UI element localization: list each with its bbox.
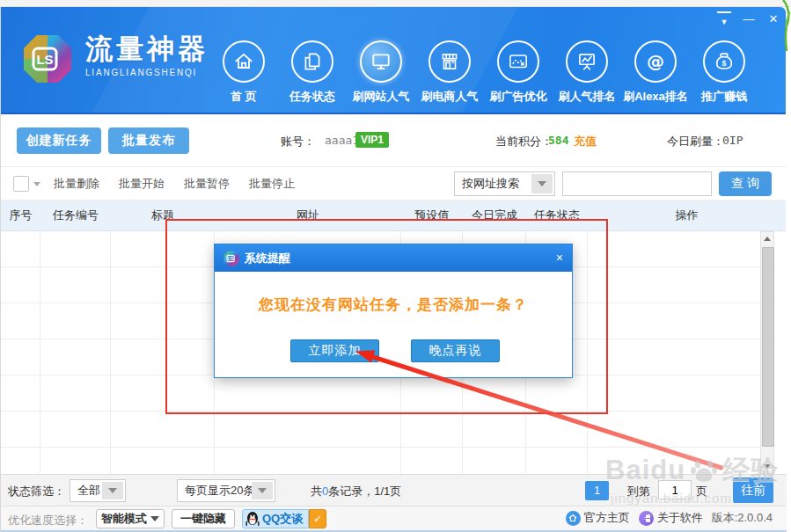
- scroll-up-icon[interactable]: [761, 232, 773, 245]
- status-filter-label: 状态筛选：: [8, 484, 65, 499]
- nav-item-earn-money[interactable]: $ 推广赚钱: [690, 40, 758, 105]
- table-header: 序号 任务编号 标题 网址 预设值 今日完成 任务状态 操作: [1, 200, 786, 231]
- table-cell: [1, 267, 40, 303]
- table-cell: [526, 412, 588, 448]
- nav-item-home[interactable]: 首 页: [209, 40, 278, 105]
- main-nav: 首 页 任务状态 刷网站人气: [209, 40, 758, 105]
- select-arrow-icon: [531, 174, 553, 193]
- minimize-icon[interactable]: —: [742, 11, 756, 30]
- search-input[interactable]: [562, 171, 712, 196]
- batch-pause-link[interactable]: 批量暂停: [184, 176, 230, 192]
- goto-page-label: 到第: [627, 484, 650, 499]
- svg-text:LS: LS: [36, 52, 53, 67]
- chevron-down-icon: [150, 516, 159, 521]
- scrollbar-thumb[interactable]: [762, 247, 774, 447]
- table-cell: [111, 412, 215, 448]
- table-cell: [111, 448, 215, 474]
- nav-item-task-status[interactable]: 任务状态: [278, 40, 347, 105]
- table-cell: [463, 375, 526, 412]
- status-filter-select[interactable]: 全部: [70, 479, 126, 502]
- points-label: 当前积分：: [495, 134, 553, 149]
- batch-toolbar: 批量删除 批量开始 批量暂停 批量停止 按网址搜索 查 询: [1, 167, 786, 200]
- official-home-link[interactable]: 官方主页: [566, 510, 630, 526]
- footer-links: 官方主页 关于软件 版本:2.0.0.4: [566, 510, 773, 526]
- scroll-down-icon[interactable]: [761, 460, 773, 473]
- nav-item-ad-optimize[interactable]: 刷广告优化: [484, 40, 553, 105]
- table-cell: [588, 231, 775, 267]
- table-cell: [401, 448, 463, 474]
- batch-delete-link[interactable]: 批量删除: [54, 176, 99, 192]
- select-arrow-icon: [102, 482, 123, 499]
- column-header-task-state: 任务状态: [526, 208, 588, 223]
- table-cell: [401, 375, 463, 412]
- table-cell: [588, 267, 775, 303]
- qq-chat-button[interactable]: QQ交谈 ✓: [242, 509, 326, 528]
- dialog-titlebar[interactable]: LS 系统提醒 ×: [215, 244, 572, 272]
- recharge-link[interactable]: 充值: [574, 134, 597, 149]
- table-cell: [1, 339, 40, 375]
- vertical-scrollbar[interactable]: [760, 231, 774, 474]
- svg-text:LS: LS: [228, 257, 234, 261]
- nav-item-ecommerce-traffic[interactable]: 刷电商人气: [415, 40, 484, 105]
- qq-verified-badge: ✓: [309, 509, 326, 528]
- desktop-background-strip: [0, 0, 791, 7]
- goto-page-input[interactable]: [658, 480, 692, 499]
- table-cell: [588, 448, 775, 474]
- table-cell: [111, 339, 215, 375]
- later-button[interactable]: 晚点再说: [411, 339, 500, 362]
- window-menu-icon[interactable]: ▼: [717, 11, 731, 30]
- select-all-caret-icon[interactable]: [33, 182, 40, 186]
- dialog-close-icon[interactable]: ×: [556, 250, 563, 266]
- about-software-link[interactable]: 关于软件: [639, 510, 703, 526]
- nav-item-website-traffic[interactable]: 刷网站人气: [347, 40, 415, 105]
- table-cell: [588, 375, 775, 412]
- dialog-logo-icon: LS: [223, 251, 239, 266]
- table-cell: [215, 448, 401, 474]
- table-cell: [1, 231, 40, 267]
- table-cell: [588, 303, 775, 339]
- create-task-button[interactable]: 创建新任务: [17, 128, 101, 154]
- add-now-button[interactable]: 立即添加: [290, 339, 379, 362]
- brand-text: 流量神器 LIANGLIANGSHENQI: [85, 33, 209, 77]
- search-type-select[interactable]: 按网址搜索: [454, 171, 555, 196]
- qq-penguin-icon: [245, 511, 260, 527]
- system-alert-dialog: LS 系统提醒 × 您现在没有网站任务，是否添加一条？ 立即添加 晚点再说: [214, 244, 573, 378]
- app-logo-icon: LS: [22, 33, 73, 84]
- column-header-url: 网址: [215, 208, 401, 223]
- column-header-title: 标题: [111, 208, 215, 223]
- table-cell: [111, 375, 215, 412]
- money-bag-icon: $: [703, 40, 745, 83]
- batch-publish-button[interactable]: 批量发布: [108, 128, 189, 154]
- about-window-icon: [639, 511, 654, 526]
- nav-item-popularity-rank[interactable]: 刷人气排名: [553, 40, 621, 105]
- app-header: ▼ — ✕ LS 流量神器 LIANGLIANGSHENQI: [1, 7, 786, 114]
- vip-badge: VIP1: [355, 132, 389, 148]
- table-cell: [111, 303, 215, 339]
- page-number-button[interactable]: 1: [585, 481, 609, 500]
- table-cell: [111, 267, 215, 303]
- brand-logo-block: LS 流量神器 LIANGLIANGSHENQI: [22, 33, 209, 84]
- one-key-hide-button[interactable]: 一键隐藏: [172, 509, 235, 528]
- background-plant-decoration: [781, 0, 791, 51]
- table-cell: [40, 231, 111, 267]
- table-cell: [526, 375, 588, 412]
- account-label: 账号：: [281, 134, 315, 149]
- close-icon[interactable]: ✕: [766, 11, 780, 30]
- today-volume-value: 0IP: [722, 134, 743, 147]
- batch-stop-link[interactable]: 批量停止: [249, 176, 295, 192]
- table-cell: [40, 303, 111, 339]
- table-cell: [40, 339, 111, 375]
- svg-text:$: $: [722, 59, 727, 68]
- goto-page-button[interactable]: 往前: [733, 477, 773, 503]
- per-page-select[interactable]: 每页显示20条: [177, 479, 275, 502]
- points-value: 584: [548, 134, 568, 147]
- store-icon: [428, 40, 471, 83]
- nav-item-alexa-rank[interactable]: @ 刷Alexa排名: [621, 40, 690, 105]
- smart-mode-button[interactable]: 智能模式: [96, 509, 165, 528]
- speed-select-label: 优化速度选择：: [8, 513, 88, 528]
- table-cell: [40, 448, 111, 474]
- query-button[interactable]: 查 询: [719, 171, 772, 196]
- table-cell: [463, 448, 526, 474]
- batch-start-link[interactable]: 批量开始: [119, 176, 165, 192]
- select-all-checkbox[interactable]: [13, 176, 29, 192]
